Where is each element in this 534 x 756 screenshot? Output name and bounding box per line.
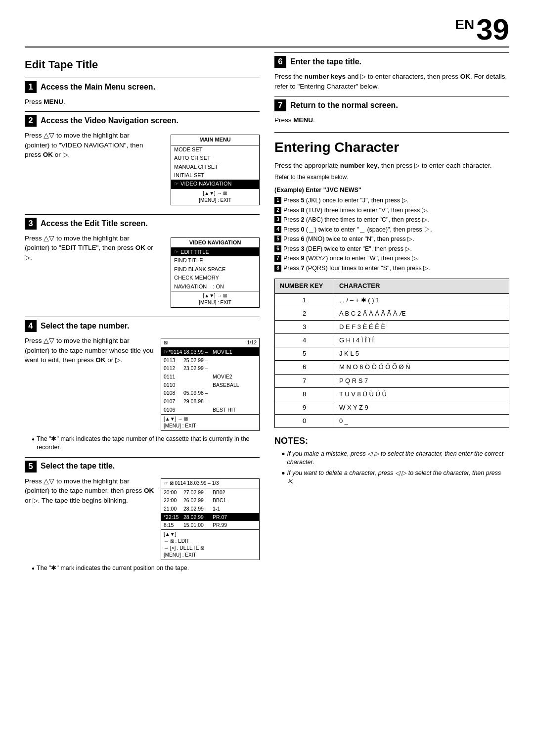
ex-text-6: Press 3 (DEF) twice to enter "E", then p… xyxy=(283,245,412,254)
ex-text-3: Press 2 (ABC) three times to enter "C", … xyxy=(283,216,429,225)
screen-2-row-3: MANUAL CH SET xyxy=(171,163,259,171)
step-1-number: 1 xyxy=(25,81,37,93)
table-chars-5: J K L 5 xyxy=(334,347,509,361)
step-4-row-6: 0108 05.09.98 – xyxy=(161,389,259,397)
step-6-number: 6 xyxy=(274,56,286,68)
step-2-body: Press △▽ to move the highlight bar (poin… xyxy=(25,131,156,160)
step-4-col3-1: MOVIE1 xyxy=(213,348,257,356)
step-4-screen-footer: [▲▼] → ⊠[MENU] : EXIT xyxy=(161,414,259,430)
table-row-1: 1 , , / – + ✱ ( ) 1 xyxy=(275,293,509,307)
table-chars-3: D E F 3 È É Ê Ë xyxy=(334,320,509,333)
step-3-label: Access the Edit Title screen. xyxy=(41,218,148,229)
ex-text-1: Press 5 (JKL) once to enter "J", then pr… xyxy=(283,196,408,205)
step-7: 7 Return to the normal screen. xyxy=(274,96,509,111)
step-4-row-7: 0107 29.08.98 – xyxy=(161,397,259,406)
step-6-label: Enter the tape title. xyxy=(290,56,361,67)
table-chars-7: P Q R S 7 xyxy=(334,374,509,387)
screen-2-header: MAIN MENU xyxy=(171,135,259,145)
table-chars-9: W X Y Z 9 xyxy=(334,401,509,415)
step-2-label: Access the Video Navigation screen. xyxy=(41,115,178,126)
table-key-6: 6 xyxy=(275,361,334,374)
table-chars-8: T U V 8 Ü Ù Ú Û xyxy=(334,387,509,401)
step-5-screen-header: ☞ ⊠ 0114 18.03.99 – 1/3 xyxy=(161,479,259,488)
entering-section: Entering Character Press the appropriate… xyxy=(274,132,509,486)
entering-intro2: Refer to the example below. xyxy=(274,173,509,182)
step-4-screen-page: 1/12 xyxy=(247,339,257,346)
note-1-text: If you make a mistake, press ◁ ▷ to sele… xyxy=(287,450,509,467)
step-4-text: Press △▽ to move the highlight bar (poin… xyxy=(25,336,156,433)
table-row-6: 6 M N O 6 Ö Ò Ó Ô Õ Ø Ñ xyxy=(275,361,509,374)
screen-3-row-3: FIND BLANK SPACE xyxy=(171,265,259,274)
step-2-content: Press △▽ to move the highlight bar (poin… xyxy=(25,131,260,209)
step-5-text: Press △▽ to move the highlight bar (poin… xyxy=(25,476,156,562)
step-5-number: 5 xyxy=(25,461,37,472)
table-row-5: 5 J K L 5 xyxy=(275,347,509,361)
screen-3-header: VIDEO NAVIGATION xyxy=(171,238,259,248)
ex-num-6: 6 xyxy=(274,245,281,252)
step-4-number: 4 xyxy=(25,320,37,332)
step-4-row-3: 0112 23.02.99 – xyxy=(161,364,259,373)
step-5-screen-title: ☞ ⊠ 0114 18.03.99 – 1/3 xyxy=(164,480,219,487)
character-table: NUMBER KEY CHARACTER 1 , , / – + ✱ ( ) 1… xyxy=(274,279,509,428)
step-4-screen-header: ⊠ 1/12 xyxy=(161,338,259,348)
table-key-9: 9 xyxy=(275,401,334,415)
screen-2-row-2: AUTO CH SET xyxy=(171,154,259,162)
step-3-screen: VIDEO NAVIGATION ☞ EDIT TITLE FIND TITLE… xyxy=(171,237,260,308)
step-4: 4 Select the tape number. xyxy=(25,317,260,332)
screen-3-row-2: FIND TITLE xyxy=(171,256,259,265)
ex-text-2: Press 8 (TUV) three times to enter "V", … xyxy=(283,206,428,215)
step-4-row-5: 0110 BASEBALL xyxy=(161,381,259,389)
step-4-screen-box: ⊠ 1/12 ☞*0114 18.03.99 – MOVIE1 0113 25.… xyxy=(161,338,260,431)
step-5-label: Select the tape title. xyxy=(41,461,115,472)
step-4-content: Press △▽ to move the highlight bar (poin… xyxy=(25,336,260,433)
step-3-body: Press △▽ to move the highlight bar (poin… xyxy=(25,234,156,263)
screen-2-row-4: INITIAL SET xyxy=(171,171,259,180)
example-item-7: 7 Press 9 (WXYZ) once to enter "W", then… xyxy=(274,254,509,263)
screen-3-footer: [▲▼] → ⊠[MENU] : EXIT xyxy=(171,291,259,307)
step-3-text: Press △▽ to move the highlight bar (poin… xyxy=(25,234,156,312)
step-5-screen-footer: [▲▼]→ ⊠ : EDIT→ [×] : DELETE ⊠[MENU] : E… xyxy=(161,529,259,560)
en-label: EN xyxy=(455,17,474,32)
page-number: EN39 xyxy=(455,15,509,45)
step-5-screen-box: ☞ ⊠ 0114 18.03.99 – 1/3 20:00 27.02.99 B… xyxy=(161,478,260,560)
step-5: 5 Select the tape title. xyxy=(25,457,260,472)
table-row-2: 2 A B C 2 Ä À Á Â Ã Å Æ xyxy=(275,307,509,320)
ex-num-5: 5 xyxy=(274,236,281,242)
table-key-7: 7 xyxy=(275,374,334,387)
step-5-content: Press △▽ to move the highlight bar (poin… xyxy=(25,476,260,562)
step-5-row-4: *22:15 28.02.99 PR.07 xyxy=(161,513,259,521)
step-5-row-2: 22:00 26.02.99 BBC1 xyxy=(161,496,259,505)
note-2: If you want to delete a character, press… xyxy=(281,469,509,486)
ex-text-4: Press 0 (＿) twice to enter "＿ (space)", … xyxy=(283,226,432,235)
entering-title: Entering Character xyxy=(274,138,509,157)
example-item-8: 8 Press 7 (PQRS) four times to enter "S"… xyxy=(274,264,509,273)
screen-3-row-1: ☞ EDIT TITLE xyxy=(171,248,259,256)
notes-title: NOTES: xyxy=(274,435,509,447)
step-4-label: Select the tape number. xyxy=(41,321,130,331)
note-2-text: If you want to delete a character, press… xyxy=(287,469,509,486)
step-5-body: Press △▽ to move the highlight bar (poin… xyxy=(25,476,156,506)
step-6: 6 Enter the tape title. xyxy=(274,52,509,68)
screen-2-footer: [▲▼] → ⊠[MENU] : EXIT xyxy=(171,189,259,205)
note-1: If you make a mistake, press ◁ ▷ to sele… xyxy=(281,450,509,467)
table-chars-0: 0 _ xyxy=(334,415,509,428)
step-5-screen: ☞ ⊠ 0114 18.03.99 – 1/3 20:00 27.02.99 B… xyxy=(161,476,260,562)
example-item-3: 3 Press 2 (ABC) three times to enter "C"… xyxy=(274,216,509,225)
table-chars-4: G H I 4 Ì Î Ï Í xyxy=(334,334,509,347)
step-4-row-1: ☞*0114 18.03.99 – MOVIE1 xyxy=(161,348,259,356)
step-4-col1-1: ☞*0114 xyxy=(164,348,181,356)
ex-text-8: Press 7 (PQRS) four times to enter "S", … xyxy=(283,264,430,273)
table-key-8: 8 xyxy=(275,387,334,401)
screen-2-row-1: MODE SET xyxy=(171,145,259,154)
ex-num-7: 7 xyxy=(274,255,281,262)
table-row-7: 7 P Q R S 7 xyxy=(275,374,509,387)
step-2-screen: MAIN MENU MODE SET AUTO CH SET MANUAL CH… xyxy=(171,135,260,205)
ex-num-1: 1 xyxy=(274,197,281,204)
example-item-4: 4 Press 0 (＿) twice to enter "＿ (space)"… xyxy=(274,226,509,235)
step-4-screen: ⊠ 1/12 ☞*0114 18.03.99 – MOVIE1 0113 25.… xyxy=(161,336,260,433)
step-3-content: Press △▽ to move the highlight bar (poin… xyxy=(25,234,260,312)
table-key-2: 2 xyxy=(275,307,334,320)
step-7-body: Press MENU. xyxy=(274,115,509,125)
step-3: 3 Access the Edit Title screen. xyxy=(25,214,260,230)
step-6-body: Press the number keys and ▷ to enter cha… xyxy=(274,72,509,91)
